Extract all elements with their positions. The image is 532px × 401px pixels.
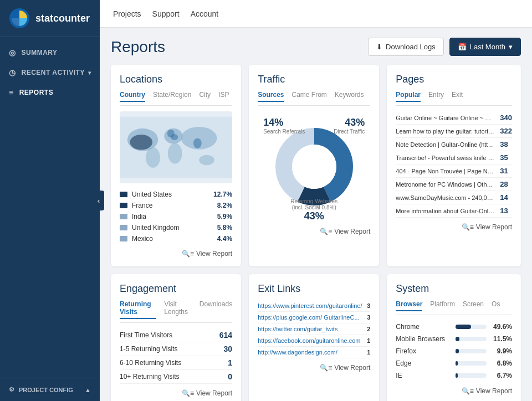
recent-activity-icon: ◷ [9,68,16,77]
download-logs-label: Download Logs [386,43,436,51]
list-item: https://twitter.com/guitar_twits 2 [258,323,370,335]
list-item: https://plus.google.com/ GuitarlineC... … [258,312,370,323]
tab-sources[interactable]: Sources [258,91,284,102]
tab-entry[interactable]: Entry [428,91,444,102]
exit-url[interactable]: https://www.pinterest.com/guitaronline/ [258,302,362,309]
browser-bar [456,349,459,353]
flag-france [120,203,127,208]
browser-pct: 6.7% [491,372,512,379]
report-icon: 🔍≡ [320,364,332,372]
search-referrals-label: 14% Search Referrals [263,117,305,135]
engage-count: 0 [228,372,232,381]
browser-bar-wrap [456,361,487,366]
browser-pct: 11.5% [491,335,512,343]
tab-visit-lengths[interactable]: Visit Lengths [164,300,191,319]
engage-count: 30 [224,345,233,353]
tab-downloads[interactable]: Downloads [200,300,232,319]
page-count: 340 [500,114,512,122]
nav-support[interactable]: Support [152,7,180,20]
sidebar-item-recent-activity[interactable]: ◷ Recent Activity ▾ [0,63,100,83]
list-item: www.SameDayMusic.com - 240,000+ it... 14 [396,191,512,204]
svg-point-7 [168,143,182,164]
logo-icon [9,8,30,29]
top-nav-links: Projects Support Account [113,7,218,20]
report-icon: 🔍≡ [182,389,194,397]
tab-exit[interactable]: Exit [452,91,463,102]
exit-url[interactable]: http://www.dagondesign.com/ [258,349,362,356]
engage-name: First Time Visitors [120,331,219,339]
browser-name: Mobile Browsers [396,335,451,343]
page-count: 322 [500,127,512,135]
browser-bar [456,325,471,329]
engagement-view-report[interactable]: 🔍≡ View Report [182,389,232,397]
nav-projects[interactable]: Projects [113,7,141,20]
tab-keywords[interactable]: Keywords [335,91,364,102]
list-item: Mexico 4.4% [120,233,232,244]
engage-name: 6-10 Returning Visits [120,359,228,367]
page-title-text: Guitar Online ~ Guitare Online ~ Guit... [396,115,495,121]
tab-country[interactable]: Country [120,91,145,102]
system-card: System Browser Platform Screen Os Chrome… [387,274,521,401]
tab-returning-visits[interactable]: Returning Visits [120,300,156,319]
browser-name: IE [396,372,451,379]
tab-isp[interactable]: ISP [218,91,229,102]
list-item: Learn how to play the guitar: tutorial..… [396,125,512,138]
gear-icon: ⚙ [9,386,14,393]
project-config[interactable]: ⚙ Project Config ▲ [0,378,100,401]
report-icon: 🔍≡ [320,228,332,235]
tab-came-from[interactable]: Came From [292,91,327,102]
tab-state-region[interactable]: State/Region [153,91,191,102]
traffic-card: Traffic Sources Came From Keywords [249,65,379,266]
exit-url[interactable]: https://twitter.com/guitar_twits [258,326,362,332]
sidebar-collapse-button[interactable]: ‹ [93,191,104,210]
traffic-view-report[interactable]: 🔍≡ View Report [320,228,370,235]
direct-traffic-label: 43% Direct Traffic [334,117,365,135]
exit-links-list: https://www.pinterest.com/guitaronline/ … [258,300,370,358]
list-item: Firefox 9.9% [396,345,512,357]
exit-links-view-report[interactable]: 🔍≡ View Report [320,364,370,372]
download-icon: ⬇ [376,43,382,51]
pages-view-report[interactable]: 🔍≡ View Report [462,223,512,231]
sidebar-item-summary[interactable]: ◎ Summary [0,43,100,63]
tab-platform[interactable]: Platform [430,300,455,311]
exit-count: 1 [367,337,370,344]
download-logs-button[interactable]: ⬇ Download Logs [368,38,444,56]
locations-view-report[interactable]: 🔍≡ View Report [182,250,232,258]
period-button[interactable]: 📅 Last Month ▾ [449,38,521,56]
pages-tabs: Popular Entry Exit [396,91,512,106]
header-actions: ⬇ Download Logs 📅 Last Month ▾ [368,38,521,56]
list-item: Mobile Browsers 11.5% [396,333,512,345]
content-header: Reports ⬇ Download Logs 📅 Last Month ▾ [111,38,521,56]
tab-os[interactable]: Os [492,300,500,311]
page-count: 13 [500,207,508,215]
tab-browser[interactable]: Browser [396,300,422,311]
period-label: Last Month [470,43,505,51]
project-config-label: Project Config [19,387,73,393]
engagement-list: First Time Visitors 614 1-5 Returning Vi… [120,328,232,384]
sidebar-item-reports[interactable]: ≡ Reports [0,83,100,102]
tab-screen[interactable]: Screen [463,300,484,311]
browser-name: Chrome [396,323,451,331]
page-title-text: Transcribe! - Powerful swiss knife for .… [396,155,495,161]
chevron-up-icon: ▲ [85,387,91,393]
pages-list: Guitar Online ~ Guitare Online ~ Guit...… [396,111,512,218]
country-pct: 5.9% [217,213,232,220]
list-item: IE 6.7% [396,369,512,382]
locations-tabs: Country State/Region City ISP [120,91,232,106]
list-item: 10+ Returning Visits 0 [120,370,232,384]
report-icon: 🔍≡ [462,223,474,231]
tab-popular[interactable]: Popular [396,91,421,102]
sidebar-item-label: Reports [19,89,54,96]
list-item: United States 12.7% [120,189,232,200]
exit-url[interactable]: https://plus.google.com/ GuitarlineC... [258,314,362,321]
view-report-row: 🔍≡ View Report [258,228,370,235]
traffic-tabs: Sources Came From Keywords [258,91,370,106]
browser-bar [456,373,458,378]
nav-account[interactable]: Account [191,7,219,20]
tab-city[interactable]: City [199,91,211,102]
svg-point-11 [146,147,160,168]
exit-url[interactable]: https://facebook.com/guitaronline.com [258,337,362,344]
list-item: Chrome 49.6% [396,321,512,333]
system-view-report[interactable]: 🔍≡ View Report [462,387,512,395]
svg-point-10 [199,155,214,165]
